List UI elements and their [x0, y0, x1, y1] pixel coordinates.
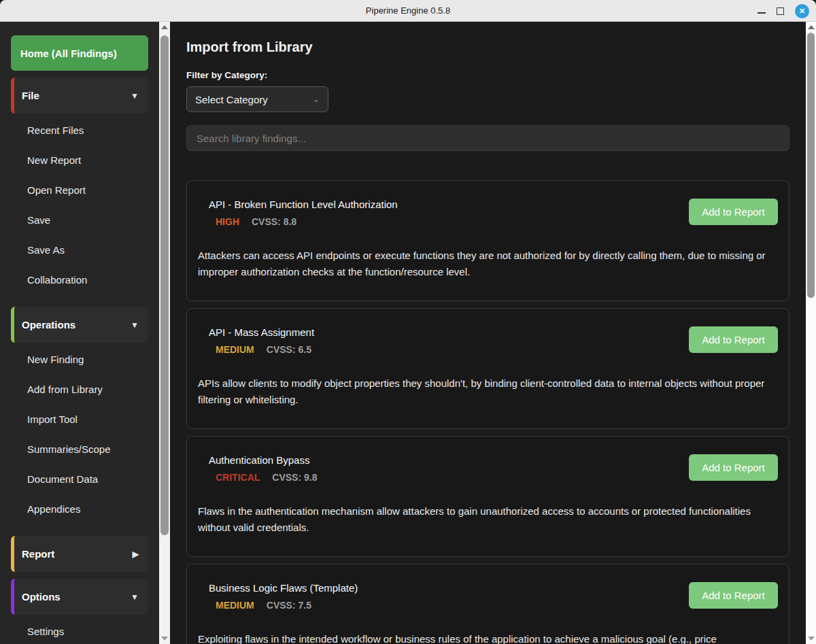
- finding-card: API - Broken Function Level Authorizatio…: [186, 180, 789, 301]
- finding-card-header: API - Broken Function Level Authorizatio…: [198, 199, 778, 227]
- sidebar-item-home[interactable]: Home (All Findings): [11, 35, 148, 71]
- sidebar-section-label: Operations: [22, 319, 75, 331]
- search-input[interactable]: [186, 125, 789, 151]
- finding-description: Attackers can access API endpoints or ex…: [198, 248, 778, 280]
- sidebar-sections: File ▼ Recent FilesNew ReportOpen Report…: [11, 78, 148, 644]
- finding-card-info: Business Logic Flaws (Template) MEDIUM C…: [198, 582, 358, 611]
- add-to-report-button[interactable]: Add to Report: [689, 326, 778, 353]
- cvss-score: CVSS: 8.8: [252, 216, 296, 227]
- window-title: Piperine Engine 0.5.8: [366, 5, 450, 16]
- finding-meta: MEDIUM CVSS: 6.5: [216, 344, 314, 355]
- window-controls: ✕: [758, 0, 809, 22]
- sidebar-scrollbar-thumb[interactable]: [160, 35, 169, 535]
- severity-badge: MEDIUM: [216, 344, 254, 355]
- sidebar-item-settings[interactable]: Settings: [11, 616, 148, 644]
- sidebar-section-header-operations[interactable]: Operations ▼: [11, 307, 148, 343]
- section-arrow-icon: ▼: [131, 91, 139, 101]
- sidebar-item-save[interactable]: Save: [11, 205, 148, 235]
- finding-card-header: Authentication Bypass CRITICAL CVSS: 9.8…: [198, 454, 778, 483]
- sidebar-item-collaboration[interactable]: Collaboration: [11, 265, 148, 294]
- finding-card-header: API - Mass Assignment MEDIUM CVSS: 6.5 A…: [198, 326, 778, 355]
- sidebar-section-header-report[interactable]: Report ▶: [11, 536, 148, 572]
- sidebar-item-save-as[interactable]: Save As: [11, 235, 148, 265]
- main-scrollbar-thumb[interactable]: [807, 33, 815, 298]
- sidebar-item-import-tool[interactable]: Import Tool: [11, 404, 148, 434]
- finding-card-info: API - Mass Assignment MEDIUM CVSS: 6.5: [198, 326, 314, 355]
- minimize-icon[interactable]: [758, 12, 766, 14]
- severity-badge: MEDIUM: [216, 600, 254, 611]
- close-icon[interactable]: ✕: [795, 4, 809, 18]
- sidebar-section-header-file[interactable]: File ▼: [11, 78, 148, 114]
- scroll-down-icon[interactable]: [161, 637, 168, 641]
- section-arrow-icon: ▼: [131, 592, 139, 602]
- finding-card-info: API - Broken Function Level Authorizatio…: [198, 199, 398, 227]
- category-select[interactable]: Select Category ⌄: [186, 86, 328, 112]
- cvss-score: CVSS: 6.5: [267, 344, 311, 355]
- finding-meta: MEDIUM CVSS: 7.5: [216, 600, 358, 611]
- titlebar: Piperine Engine 0.5.8 ✕: [0, 0, 816, 22]
- finding-meta: CRITICAL CVSS: 9.8: [216, 472, 317, 483]
- scroll-up-icon[interactable]: [161, 25, 168, 29]
- severity-badge: CRITICAL: [216, 472, 260, 483]
- sidebar-subitems: New FindingAdd from LibraryImport ToolSu…: [11, 343, 148, 529]
- findings-list: API - Broken Function Level Authorizatio…: [186, 180, 789, 644]
- finding-card: API - Mass Assignment MEDIUM CVSS: 6.5 A…: [186, 308, 789, 429]
- filter-by-category-label: Filter by Category:: [186, 70, 789, 80]
- sidebar-section-header-options[interactable]: Options ▼: [11, 579, 148, 615]
- sidebar-section: File ▼ Recent FilesNew ReportOpen Report…: [11, 78, 148, 300]
- sidebar-section-label: File: [22, 90, 39, 101]
- app-body: Home (All Findings) File ▼ Recent FilesN…: [0, 22, 816, 644]
- chevron-down-icon: ⌄: [313, 95, 320, 104]
- sidebar-item-new-finding[interactable]: New Finding: [11, 344, 148, 374]
- main-scrollbar[interactable]: [806, 22, 816, 644]
- scroll-up-icon[interactable]: [808, 25, 815, 29]
- sidebar-section: Operations ▼ New FindingAdd from Library…: [11, 307, 148, 529]
- sidebar-item-document-data[interactable]: Document Data: [11, 464, 148, 494]
- finding-meta: HIGH CVSS: 8.8: [216, 216, 398, 227]
- finding-description: Exploiting flaws in the intended workflo…: [198, 631, 778, 644]
- cvss-score: CVSS: 9.8: [272, 472, 317, 483]
- finding-title: Authentication Bypass: [209, 454, 317, 466]
- finding-description: Flaws in the authentication mechanism al…: [198, 503, 778, 536]
- finding-card: Business Logic Flaws (Template) MEDIUM C…: [186, 564, 789, 644]
- sidebar-section-label: Report: [22, 548, 54, 560]
- finding-title: Business Logic Flaws (Template): [209, 582, 358, 594]
- sidebar-item-add-from-library[interactable]: Add from Library: [11, 374, 148, 404]
- sidebar-subitems: Recent FilesNew ReportOpen ReportSaveSav…: [11, 114, 148, 300]
- finding-title: API - Broken Function Level Authorizatio…: [209, 199, 398, 210]
- add-to-report-button[interactable]: Add to Report: [689, 454, 778, 481]
- sidebar-section: Options ▼ Settings: [11, 579, 148, 644]
- maximize-icon[interactable]: [777, 7, 784, 15]
- finding-description: APIs allow clients to modify object prop…: [198, 375, 778, 408]
- sidebar-section: Report ▶: [11, 536, 148, 572]
- sidebar-item-new-report[interactable]: New Report: [11, 145, 148, 175]
- sidebar-subitems: Settings: [11, 615, 148, 644]
- sidebar-item-open-report[interactable]: Open Report: [11, 175, 148, 205]
- section-arrow-icon: ▶: [133, 549, 139, 559]
- cvss-score: CVSS: 7.5: [267, 600, 311, 611]
- main-content: Import from Library Filter by Category: …: [170, 22, 806, 644]
- page-title: Import from Library: [186, 39, 789, 55]
- finding-card: Authentication Bypass CRITICAL CVSS: 9.8…: [186, 436, 789, 557]
- sidebar: Home (All Findings) File ▼ Recent FilesN…: [0, 22, 159, 644]
- finding-card-info: Authentication Bypass CRITICAL CVSS: 9.8: [198, 454, 317, 483]
- sidebar-item-summaries-scope[interactable]: Summaries/Scope: [11, 434, 148, 464]
- add-to-report-button[interactable]: Add to Report: [689, 582, 778, 609]
- scroll-down-icon[interactable]: [808, 637, 815, 641]
- section-arrow-icon: ▼: [131, 320, 139, 330]
- sidebar-section-label: Options: [22, 591, 61, 603]
- category-select-value: Select Category: [195, 94, 268, 105]
- add-to-report-button[interactable]: Add to Report: [689, 199, 778, 225]
- sidebar-scrollbar[interactable]: [159, 22, 170, 644]
- severity-badge: HIGH: [216, 216, 239, 227]
- finding-card-header: Business Logic Flaws (Template) MEDIUM C…: [198, 582, 778, 611]
- finding-title: API - Mass Assignment: [209, 326, 314, 338]
- sidebar-item-recent-files[interactable]: Recent Files: [11, 115, 148, 145]
- sidebar-item-appendices[interactable]: Appendices: [11, 494, 148, 524]
